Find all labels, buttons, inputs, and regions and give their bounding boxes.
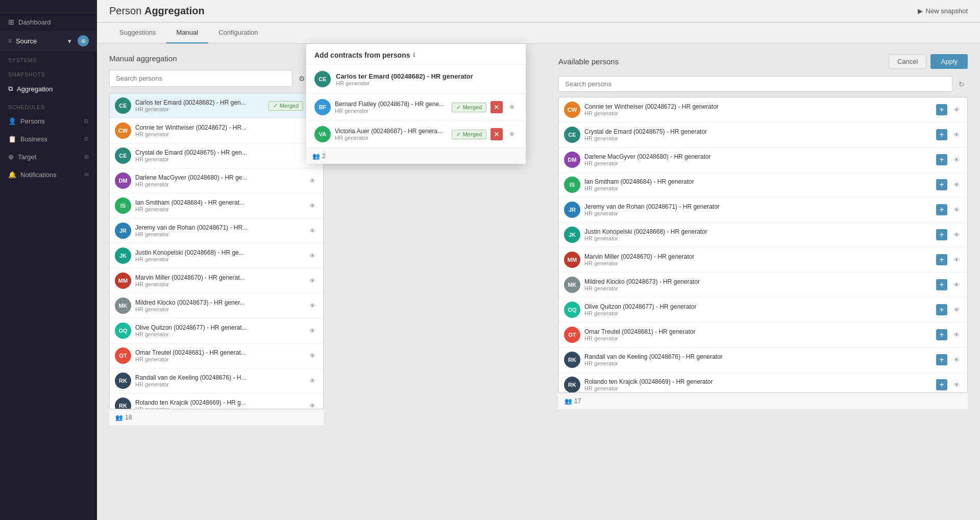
eye-button[interactable]: 👁 [307,400,318,410]
persons-icon: 👤 [8,117,16,125]
delete-contract-button[interactable]: ✕ [491,128,503,140]
check-icon: ✓ [456,104,461,111]
add-person-button[interactable]: + [936,329,947,340]
list-item: MK Mildred Klocko (00248673) - HR genera… [559,273,967,298]
eye-button[interactable]: 👁 [951,129,962,141]
people-icon: 👥 [565,398,572,405]
tab-suggestions[interactable]: Suggestions [109,22,166,43]
eye-button[interactable]: 👁 [951,229,962,241]
table-row[interactable]: CE Crystal de Emard (00248675) - HR gen.… [110,143,323,168]
list-item: IS Ian Smitham (00248684) - HR generator… [559,172,967,197]
table-row[interactable]: JK Justin Konopelski (00248668) - HR ge.… [110,243,323,268]
sidebar-item-notifications[interactable]: 🔔 Notifications ✉ [0,166,97,184]
section-label-schedules: Schedules [0,98,97,112]
eye-button[interactable]: 👁 [951,379,962,391]
info-icon[interactable]: ℹ [413,52,415,59]
person-info: Carlos ter Emard (00248682) - HR gen... … [135,99,264,112]
eye-button[interactable]: 👁 [951,304,962,316]
add-person-button[interactable]: + [936,354,947,365]
add-person-button[interactable]: + [936,179,947,190]
table-row[interactable]: MK Mildred Klocko (00248673) - HR gener.… [110,293,323,318]
avatar: OT [115,348,131,364]
eye-button[interactable]: 👁 [507,129,518,140]
eye-button[interactable]: 👁 [951,179,962,191]
add-person-button[interactable]: + [936,304,947,315]
avatar: RK [115,398,131,409]
eye-button[interactable]: 👁 [307,225,318,237]
add-person-button[interactable]: + [936,204,947,215]
sidebar-item-business[interactable]: 📋 Business ⚙ [0,130,97,148]
table-row[interactable]: DM Darlene MacGyver (00248680) - HR ge..… [110,168,323,193]
eye-button[interactable]: 👁 [951,279,962,291]
table-row[interactable]: IS Ian Smitham (00248684) - HR generat..… [110,193,323,218]
list-item: JR Jeremy van de Rohan (00248671) - HR g… [559,197,967,222]
eye-button[interactable]: 👁 [951,154,962,166]
table-row[interactable]: OQ Olive Quitzon (00248677) - HR generat… [110,318,323,343]
table-row[interactable]: JR Jeremy van de Rohan (00248671) - HR..… [110,218,323,243]
person-info: Crystal de Emard (00248675) - HR gen... … [135,149,303,162]
eye-button[interactable]: 👁 [951,254,962,266]
avatar: OT [564,327,580,343]
eye-button[interactable]: 👁 [951,354,962,366]
play-icon: ▶ [918,7,923,15]
merged-badge: ✓ Merged [268,101,303,111]
person-info: Marvin Miller (00248670) - HR generat...… [135,274,303,287]
table-row[interactable]: RK Randall van de Keeling (00248676) - H… [110,368,323,393]
person-info: Jeremy van de Rohan (00248671) - HR... H… [135,224,303,237]
add-person-button[interactable]: + [936,154,947,165]
sidebar-item-persons[interactable]: 👤 Persons ⚙ [0,112,97,130]
available-info: Crystal de Emard (00248675) - HR generat… [584,128,932,141]
tab-manual[interactable]: Manual [166,22,209,43]
refresh-available-button[interactable]: ↻ [955,77,968,91]
add-person-button[interactable]: + [936,229,947,240]
avatar: CE [115,147,131,164]
sidebar-source-dropdown[interactable]: ≡ Source ▾ ⊕ [0,31,97,51]
eye-button[interactable]: 👁 [307,250,318,262]
available-info: Marvin Miller (00248670) - HR generator … [584,253,932,266]
available-count: 17 [574,398,581,405]
topbar: Person Aggregation ▶ New snapshot [97,0,980,22]
notifications-icon: ✉ [84,171,89,178]
table-row[interactable]: OT Omar Treutel (00248681) - HR generat.… [110,343,323,368]
add-person-button[interactable]: + [936,279,947,290]
eye-button[interactable]: 👁 [951,329,962,341]
sidebar-item-target[interactable]: ⊕ Target ⊞ [0,148,97,166]
table-row[interactable]: CE Carlos ter Emard (00248682) - HR gen.… [110,93,323,118]
eye-button[interactable]: 👁 [307,200,318,212]
available-persons-title: Available persons [558,57,619,66]
modal-title: Add contracts from persons [314,51,410,59]
eye-button[interactable]: 👁 [951,204,962,216]
table-row[interactable]: RK Rolando ten Krajcik (00248669) - HR g… [110,393,323,409]
cancel-button[interactable]: Cancel [889,54,926,69]
tabs-bar: Suggestions Manual Configuration [97,22,980,44]
eye-button[interactable]: 👁 [307,350,318,362]
check-icon: ✓ [456,131,461,138]
modal-contract-row: VA Victoria Auer (00248687) - HR genera.… [306,121,526,148]
apply-button[interactable]: Apply [930,54,968,69]
modal-footer: 👥 2 [306,148,526,164]
eye-button[interactable]: 👁 [307,325,318,337]
delete-contract-button[interactable]: ✕ [491,101,503,113]
source-label: Source [16,37,64,45]
new-snapshot-button[interactable]: ▶ New snapshot [918,7,968,15]
list-item: RK Rolando ten Krajcik (00248669) - HR g… [559,373,967,393]
eye-button[interactable]: 👁 [507,102,518,113]
eye-button[interactable]: 👁 [951,104,962,116]
add-person-button[interactable]: + [936,379,947,390]
table-row[interactable]: CW Connie ter Wintheiser (00248672) - HR… [110,118,323,143]
sidebar-item-aggregation[interactable]: ⧉ Aggregation [0,80,97,98]
tab-configuration[interactable]: Configuration [208,22,268,43]
person-info: Ian Smitham (00248684) - HR generat... H… [135,199,303,212]
search-persons-input[interactable] [109,70,292,87]
eye-button[interactable]: 👁 [307,300,318,312]
eye-button[interactable]: 👁 [307,175,318,187]
list-item: JK Justin Konopelski (00248668) - HR gen… [559,222,967,247]
table-row[interactable]: MM Marvin Miller (00248670) - HR generat… [110,268,323,293]
add-person-button[interactable]: + [936,254,947,265]
eye-button[interactable]: 👁 [307,275,318,287]
search-available-input[interactable] [558,76,952,92]
add-person-button[interactable]: + [936,129,947,140]
add-person-button[interactable]: + [936,104,947,115]
sidebar-item-dashboard[interactable]: ⊞ Dashboard [0,13,97,31]
eye-button[interactable]: 👁 [307,375,318,387]
